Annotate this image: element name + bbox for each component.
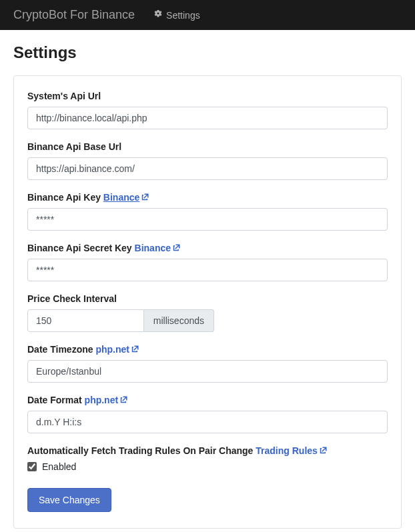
field-date-timezone: Date Timezone php.net [27,344,388,383]
link-auto-fetch-rules[interactable]: Trading Rules [256,445,328,456]
save-changes-button[interactable]: Save Changes [27,488,111,512]
field-binance-api-base-url: Binance Api Base Url [27,141,388,180]
link-binance-api-key[interactable]: Binance [103,192,149,203]
link-date-timezone-text: php.net [95,344,129,355]
link-binance-api-secret-text: Binance [135,243,171,253]
link-date-format-text: php.net [85,395,119,405]
external-link-icon [141,192,149,203]
label-binance-api-secret-text: Binance Api Secret Key [27,243,132,253]
checkbox-auto-fetch-enabled[interactable] [27,462,37,471]
navbar-brand[interactable]: CryptoBot For Binance [13,8,135,22]
field-binance-api-secret: Binance Api Secret Key Binance [27,243,388,281]
input-date-timezone[interactable] [27,360,388,383]
input-binance-api-base-url[interactable] [27,157,388,180]
checkbox-label-auto-fetch: Enabled [42,461,76,472]
label-date-format: Date Format php.net [27,395,388,405]
input-binance-api-secret[interactable] [27,259,388,281]
field-binance-api-key: Binance Api Key Binance [27,192,388,231]
label-price-check-interval: Price Check Interval [27,293,388,304]
external-link-icon [320,445,328,456]
external-link-icon [120,395,128,405]
label-auto-fetch-rules-text: Automatically Fetch Trading Rules On Pai… [27,445,253,456]
field-price-check-interval: Price Check Interval milliseconds [27,293,388,332]
gear-icon [153,9,163,21]
label-date-format-text: Date Format [27,395,82,405]
unit-price-check-interval: milliseconds [144,309,214,332]
link-date-timezone[interactable]: php.net [95,344,139,355]
label-date-timezone-text: Date Timezone [27,344,93,355]
settings-card: System's Api Url Binance Api Base Url Bi… [13,75,402,529]
field-systems-api-url: System's Api Url [27,91,388,129]
navbar: CryptoBot For Binance Settings [0,0,415,30]
input-date-format[interactable] [27,411,388,433]
label-systems-api-url: System's Api Url [27,91,388,101]
label-binance-api-secret: Binance Api Secret Key Binance [27,243,388,253]
label-binance-api-key-text: Binance Api Key [27,192,101,203]
external-link-icon [131,344,139,355]
field-date-format: Date Format php.net [27,395,388,433]
input-binance-api-key[interactable] [27,208,388,231]
external-link-icon [173,243,181,253]
navbar-settings-link[interactable]: Settings [153,9,200,21]
label-date-timezone: Date Timezone php.net [27,344,388,355]
input-price-check-interval[interactable] [27,309,144,332]
navbar-settings-label: Settings [166,10,200,21]
input-group-price-check-interval: milliseconds [27,309,214,332]
link-auto-fetch-rules-text: Trading Rules [256,445,318,456]
link-binance-api-key-text: Binance [103,192,139,203]
checkbox-row-auto-fetch: Enabled [27,461,388,472]
link-binance-api-secret[interactable]: Binance [135,243,181,253]
page-body: Settings System's Api Url Binance Api Ba… [0,30,415,532]
label-binance-api-base-url: Binance Api Base Url [27,141,388,152]
label-binance-api-key: Binance Api Key Binance [27,192,388,203]
label-auto-fetch-rules: Automatically Fetch Trading Rules On Pai… [27,445,388,456]
input-systems-api-url[interactable] [27,107,388,129]
link-date-format[interactable]: php.net [85,395,129,405]
field-auto-fetch-rules: Automatically Fetch Trading Rules On Pai… [27,445,388,472]
page-title: Settings [13,43,402,62]
